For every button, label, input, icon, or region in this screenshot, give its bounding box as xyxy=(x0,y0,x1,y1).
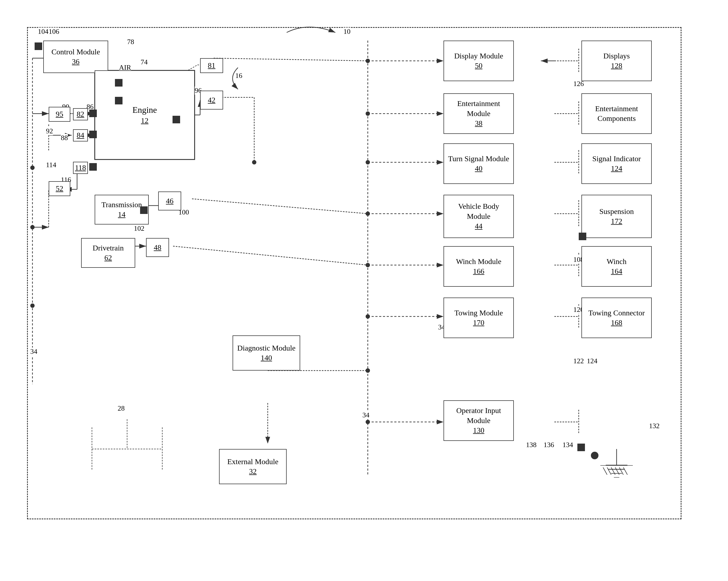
svg-line-84 xyxy=(611,468,615,475)
diagram-container: 10 78 104 106 AIR 74 72 70 76 80 16 90 8… xyxy=(11,11,708,552)
suspension-number: 172 xyxy=(611,217,622,226)
label-102: 102 xyxy=(134,225,145,233)
label-34b: 34 xyxy=(362,411,369,419)
label-104: 104 xyxy=(38,28,48,36)
winch-box: Winch 164 xyxy=(581,246,652,287)
dot-operator xyxy=(591,452,598,459)
label-122: 122 xyxy=(573,357,584,365)
label-16: 16 xyxy=(235,72,242,80)
towing-connector-box: Towing Connector 168 xyxy=(581,298,652,338)
box-118: 118 xyxy=(73,162,88,174)
svg-line-86 xyxy=(619,468,623,475)
winch-module-number: 166 xyxy=(473,267,484,276)
label-134: 134 xyxy=(563,441,573,449)
entertainment-module-number: 38 xyxy=(475,119,483,128)
winch-module-box: Winch Module 166 xyxy=(443,246,514,287)
external-module-box: External Module 32 xyxy=(219,449,287,484)
drivetrain-box: Drivetrain 62 xyxy=(81,238,135,268)
diagnostic-module-number: 140 xyxy=(261,353,272,363)
ground-symbol xyxy=(600,465,633,484)
engine-border xyxy=(95,70,195,159)
towing-module-box: Towing Module 170 xyxy=(443,298,514,338)
display-module-label: Display Module xyxy=(454,51,503,61)
square-84 xyxy=(89,131,97,138)
control-module-box: Control Module 36 xyxy=(43,41,108,73)
label-10: 10 xyxy=(343,28,350,36)
label-132: 132 xyxy=(649,422,659,430)
label-78: 78 xyxy=(127,38,134,46)
label-92: 92 xyxy=(46,127,53,135)
box-84: 84 xyxy=(73,129,88,142)
svg-line-82 xyxy=(603,468,607,475)
label-28: 28 xyxy=(118,404,125,412)
square-104 xyxy=(35,43,42,50)
displays-box: Displays 128 xyxy=(581,41,652,81)
svg-line-85 xyxy=(615,468,619,475)
box-95: 95 xyxy=(49,107,70,122)
vehicle-body-module-number: 44 xyxy=(475,221,483,231)
diagnostic-module-box: Diagnostic Module 140 xyxy=(233,335,300,371)
label-136: 136 xyxy=(544,441,554,449)
vehicle-body-module-label: Vehicle Body Module xyxy=(446,202,511,221)
square-94 xyxy=(173,116,180,123)
signal-indicator-label: Signal Indicator xyxy=(592,154,641,163)
winch-module-label: Winch Module xyxy=(456,257,501,267)
svg-line-87 xyxy=(623,468,627,475)
box-52: 52 xyxy=(49,181,70,196)
signal-indicator-box: Signal Indicator 124 xyxy=(581,143,652,184)
transmission-label: Transmission xyxy=(101,200,142,210)
square-operator xyxy=(577,444,585,451)
label-106: 106 xyxy=(49,28,59,36)
label-88: 88 xyxy=(61,134,68,142)
diagnostic-module-label: Diagnostic Module xyxy=(237,343,295,353)
label-124: 124 xyxy=(587,357,597,365)
square-70 xyxy=(115,97,123,104)
box-42: 42 xyxy=(200,91,223,109)
transmission-number: 14 xyxy=(118,210,126,219)
external-module-number: 32 xyxy=(249,466,257,476)
entertainment-module-box: Entertainment Module 38 xyxy=(443,93,514,134)
suspension-label: Suspension xyxy=(599,207,634,217)
box-82: 82 xyxy=(73,108,88,120)
entertainment-components-label: Entertainment Components xyxy=(584,104,649,124)
display-module-box: Display Module 50 xyxy=(443,41,514,81)
towing-module-label: Towing Module xyxy=(454,308,503,318)
vehicle-body-module-box: Vehicle Body Module 44 xyxy=(443,195,514,238)
display-module-number: 50 xyxy=(475,61,483,71)
box-48: 48 xyxy=(146,238,169,257)
entertainment-components-box: Entertainment Components xyxy=(581,93,652,134)
label-34c: 34 xyxy=(30,348,37,356)
box-81: 81 xyxy=(200,58,223,73)
drivetrain-number: 62 xyxy=(104,253,112,263)
suspension-box: Suspension 172 xyxy=(581,195,652,238)
operator-input-module-box: Operator Input Module 130 xyxy=(443,400,514,441)
entertainment-module-label: Entertainment Module xyxy=(446,99,511,119)
label-114: 114 xyxy=(46,161,56,169)
label-138: 138 xyxy=(526,441,537,449)
towing-module-number: 170 xyxy=(473,318,484,328)
square-82 xyxy=(89,109,97,117)
control-module-label: Control Module xyxy=(51,47,100,57)
towing-connector-number: 168 xyxy=(611,318,622,328)
turn-signal-module-number: 40 xyxy=(475,163,483,173)
turn-signal-module-label: Turn Signal Module xyxy=(448,154,509,163)
square-72 xyxy=(115,79,123,86)
control-module-number: 36 xyxy=(72,57,79,67)
external-module-label: External Module xyxy=(228,457,279,466)
operator-input-module-number: 130 xyxy=(473,426,484,435)
label-74: 74 xyxy=(140,58,148,66)
operator-input-module-label: Operator Input Module xyxy=(446,406,511,426)
displays-label: Displays xyxy=(603,51,630,61)
signal-indicator-number: 124 xyxy=(611,163,622,173)
displays-number: 128 xyxy=(611,61,622,71)
winch-number: 164 xyxy=(611,267,622,276)
square-transmission xyxy=(140,206,148,214)
turn-signal-module-box: Turn Signal Module 40 xyxy=(443,143,514,184)
square-118 xyxy=(89,163,97,171)
drivetrain-label: Drivetrain xyxy=(93,243,124,253)
svg-line-83 xyxy=(607,468,611,475)
towing-connector-label: Towing Connector xyxy=(589,308,645,318)
winch-label: Winch xyxy=(606,257,627,267)
box-46: 46 xyxy=(158,192,181,210)
square-suspension xyxy=(579,233,586,240)
